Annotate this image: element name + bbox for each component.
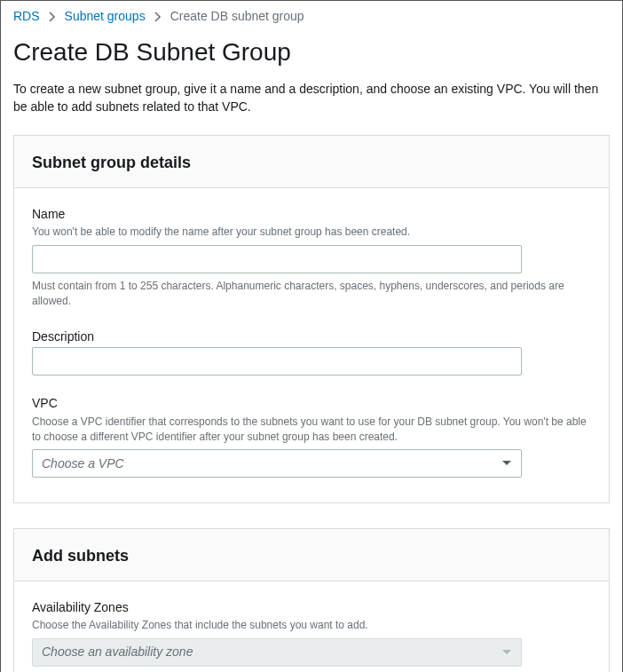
vpc-field-group: VPC Choose a VPC identifier that corresp… [32,395,591,478]
az-field-group: Availability Zones Choose the Availabili… [32,599,591,667]
panel-header: Subnet group details [14,136,609,187]
vpc-select-placeholder: Choose a VPC [42,455,124,473]
panel-heading: Subnet group details [32,152,591,174]
vpc-select[interactable]: Choose a VPC [32,449,522,478]
description-field-group: Description [32,328,591,376]
breadcrumb-subnet-groups[interactable]: Subnet groups [65,8,146,26]
chevron-right-icon [49,12,56,22]
page-title: Create DB Subnet Group [13,35,610,69]
name-input[interactable] [32,245,522,273]
panel-body: Name You won't be able to modify the nam… [14,188,609,503]
caret-down-icon [501,460,512,467]
breadcrumb-rds[interactable]: RDS [13,8,40,26]
name-hint: You won't be able to modify the name aft… [32,225,591,240]
chevron-right-icon [154,12,162,22]
name-label: Name [32,206,591,224]
az-select[interactable]: Choose an availability zone [32,638,522,667]
az-label: Availability Zones [32,599,591,617]
panel-body: Availability Zones Choose the Availabili… [14,581,609,672]
breadcrumb: RDS Subnet groups Create DB subnet group [13,4,610,31]
az-hint: Choose the Availability Zones that inclu… [32,618,591,633]
panel-heading: Add subnets [32,545,591,567]
page-description: To create a new subnet group, give it a … [13,80,610,116]
description-input[interactable] [32,347,522,376]
vpc-label: VPC [32,395,591,413]
add-subnets-panel: Add subnets Availability Zones Choose th… [13,528,610,672]
vpc-hint: Choose a VPC identifier that corresponds… [32,415,591,445]
subnet-group-details-panel: Subnet group details Name You won't be a… [13,135,610,503]
name-help: Must contain from 1 to 255 characters. A… [32,279,591,309]
description-label: Description [32,328,591,346]
name-field-group: Name You won't be able to modify the nam… [32,206,591,309]
caret-down-icon [501,649,512,656]
az-select-placeholder: Choose an availability zone [42,644,193,661]
panel-header: Add subnets [14,529,609,581]
breadcrumb-current: Create DB subnet group [170,8,304,26]
